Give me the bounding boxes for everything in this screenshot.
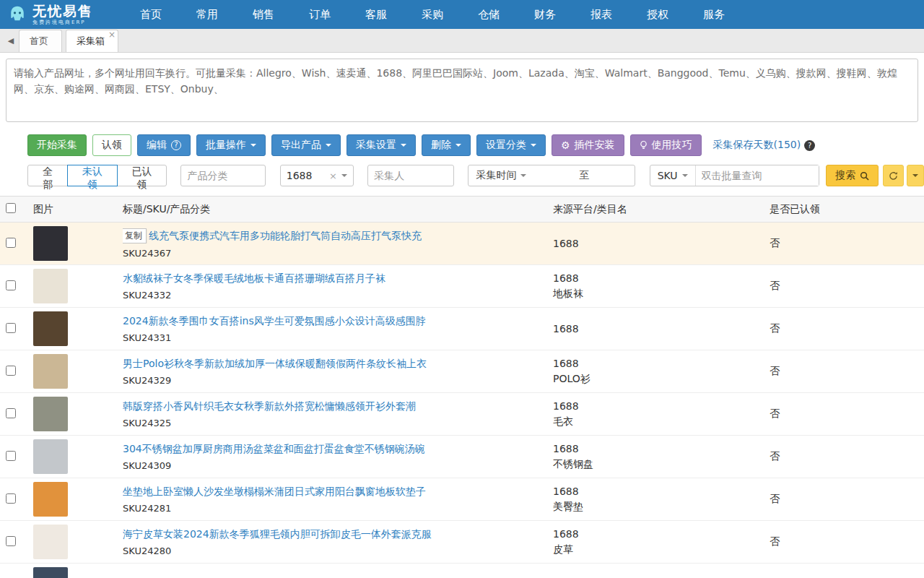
product-platform: 1688 (553, 528, 758, 540)
claimed-status: 否 (770, 237, 780, 249)
row-checkbox[interactable] (6, 408, 16, 418)
product-image[interactable] (33, 439, 68, 474)
collect-url-input[interactable] (6, 59, 918, 122)
brand-logo[interactable]: 无忧易售 免费跨境电商ERP (0, 4, 123, 25)
product-title-link[interactable]: 304不锈钢盆加厚厨房商用汤盆菜盆和面盆打蛋盆食堂不锈钢碗汤碗 (123, 443, 425, 456)
row-checkbox[interactable] (6, 323, 16, 333)
set-category-label: 设置分类 (486, 139, 526, 152)
chevron-down-icon (912, 174, 918, 177)
row-checkbox[interactable] (6, 366, 16, 376)
tab-home[interactable]: 首页 (19, 30, 62, 52)
usage-tips-button[interactable]: 使用技巧 (630, 134, 702, 156)
brand-subtitle: 免费跨境电商ERP (32, 20, 93, 25)
product-image[interactable] (33, 226, 68, 261)
chevron-down-icon (682, 174, 688, 177)
collector-input[interactable] (367, 165, 454, 186)
product-title-link[interactable]: 男士Polo衫秋冬季新款加绒加厚一体绒保暖翻领假两件条纹长袖上衣 (123, 358, 427, 371)
delete-button[interactable]: 删除 (422, 134, 471, 156)
filter-bar: 全部 未认领 已认领 1688 × 采集时间 至 SKU 搜索 (0, 165, 924, 186)
search-button[interactable]: 搜索 (826, 165, 879, 186)
product-title-link[interactable]: 韩版穿搭小香风针织毛衣女秋季新款外搭宽松慵懒感领开衫外套潮 (123, 400, 416, 413)
product-sku: SKU24367 (123, 248, 541, 259)
product-category-input[interactable] (180, 165, 266, 186)
toolbar: 开始采集 认领 编辑 ? 批量操作 导出产品 采集设置 删除 设置分类 ⚙ 插件… (0, 134, 924, 156)
nav-item-reports[interactable]: 报表 (573, 0, 629, 29)
nav-item-customer-service[interactable]: 客服 (348, 0, 404, 29)
batch-operations-button[interactable]: 批量操作 (196, 134, 266, 156)
nav-item-home[interactable]: 首页 (123, 0, 179, 29)
product-sku: SKU24325 (123, 418, 541, 428)
product-table: 图片 标题/SKU/产品分类 来源平台/类目名 是否已认领 复制 线充气泵便携式… (0, 196, 924, 578)
clear-icon[interactable]: × (329, 171, 337, 181)
product-category: 不锈钢盘 (553, 458, 758, 471)
more-options-button[interactable] (907, 165, 924, 186)
claimed-status: 否 (770, 493, 780, 504)
delete-label: 删除 (431, 139, 451, 152)
chevron-down-icon (341, 174, 347, 177)
start-collect-button[interactable]: 开始采集 (27, 134, 87, 156)
header-title: 标题/SKU/产品分类 (117, 197, 547, 223)
platform-select[interactable]: 1688 × (280, 165, 354, 186)
row-checkbox[interactable] (6, 493, 16, 504)
claimed-status: 否 (770, 407, 780, 419)
copy-badge[interactable]: 复制 (123, 228, 147, 243)
chevron-down-icon (250, 144, 256, 147)
product-platform: 1688 (553, 486, 758, 497)
edit-button[interactable]: 编辑 ? (137, 134, 191, 156)
nav-item-common[interactable]: 常用 (179, 0, 235, 29)
top-navigation: 无忧易售 免费跨境电商ERP 首页 常用 销售 订单 客服 采购 仓储 财务 报… (0, 0, 924, 29)
product-title-link[interactable]: 海宁皮草女装2024新款冬季狐狸毛领内胆可拆卸皮毛一体外套派克服 (123, 528, 432, 541)
product-image[interactable] (33, 269, 68, 303)
collect-save-days-link[interactable]: 采集保存天数(150) ? (713, 139, 816, 152)
nav-item-services[interactable]: 服务 (686, 0, 742, 29)
nav-item-purchasing[interactable]: 采购 (404, 0, 461, 29)
product-image[interactable] (33, 354, 68, 389)
brand-text: 无忧易售 免费跨境电商ERP (32, 4, 93, 25)
chevron-down-icon (326, 144, 331, 147)
question-icon[interactable]: ? (804, 140, 815, 151)
product-title-link[interactable]: 水貂绒袜子女冬季保暖毛绒地板卡通百搭珊瑚绒百搭月子袜 (123, 272, 385, 285)
date-range-to-label[interactable]: 至 (533, 169, 635, 182)
help-icon: ? (171, 140, 181, 150)
header-platform: 来源平台/类目名 (547, 197, 764, 223)
table-row: 2024新款冬季围巾女百搭ins风学生可爱氛围感小众设计高级感围脖 SKU243… (0, 308, 924, 350)
row-checkbox[interactable] (6, 451, 16, 461)
tab-collect-box[interactable]: 采集箱 × (66, 30, 118, 52)
collect-time-label: 采集时间 (476, 169, 516, 182)
close-icon[interactable]: × (108, 30, 116, 39)
row-checkbox[interactable] (6, 238, 16, 248)
product-image[interactable] (33, 525, 68, 559)
nav-item-warehouse[interactable]: 仓储 (461, 0, 517, 29)
row-checkbox[interactable] (6, 536, 16, 546)
export-products-button[interactable]: 导出产品 (271, 134, 341, 156)
claimed-status: 否 (770, 365, 780, 376)
scope-all-button[interactable]: 全部 (27, 165, 68, 186)
product-platform: 1688 (553, 272, 758, 284)
row-checkbox[interactable] (6, 280, 16, 290)
product-image[interactable] (33, 567, 68, 578)
nav-item-orders[interactable]: 订单 (292, 0, 348, 29)
product-title-link[interactable]: 坐垫地上卧室懒人沙发坐墩榻榻米蒲团日式家用阳台飘窗地板软垫子 (123, 486, 426, 499)
sku-field-select[interactable]: SKU (650, 165, 696, 186)
product-image[interactable] (33, 397, 68, 431)
scope-claimed-button[interactable]: 已认领 (117, 165, 167, 186)
product-image[interactable] (33, 482, 68, 517)
select-all-checkbox[interactable] (6, 203, 16, 213)
tab-scroll-left-icon[interactable]: ◀ (3, 36, 19, 46)
nav-item-sales[interactable]: 销售 (235, 0, 292, 29)
collect-settings-button[interactable]: 采集设置 (346, 134, 416, 156)
product-image[interactable] (33, 311, 68, 346)
product-title-link[interactable]: 2024新款冬季围巾女百搭ins风学生可爱氛围感小众设计高级感围脖 (123, 315, 426, 328)
plugin-install-button[interactable]: ⚙ 插件安装 (552, 134, 624, 156)
search-icon (860, 171, 869, 181)
nav-item-finance[interactable]: 财务 (517, 0, 573, 29)
nav-item-authorization[interactable]: 授权 (629, 0, 686, 29)
scope-unclaimed-button[interactable]: 未认领 (67, 165, 117, 186)
refresh-button[interactable] (883, 165, 904, 186)
collect-time-select[interactable]: 采集时间 (468, 169, 533, 182)
set-category-button[interactable]: 设置分类 (476, 134, 546, 156)
batch-query-input[interactable] (696, 165, 819, 186)
product-title-link[interactable]: 线充气泵便携式汽车用多功能轮胎打气筒自动高压打气泵快充 (149, 230, 422, 243)
claim-button[interactable]: 认领 (92, 134, 131, 156)
table-header-row: 图片 标题/SKU/产品分类 来源平台/类目名 是否已认领 (0, 197, 924, 223)
